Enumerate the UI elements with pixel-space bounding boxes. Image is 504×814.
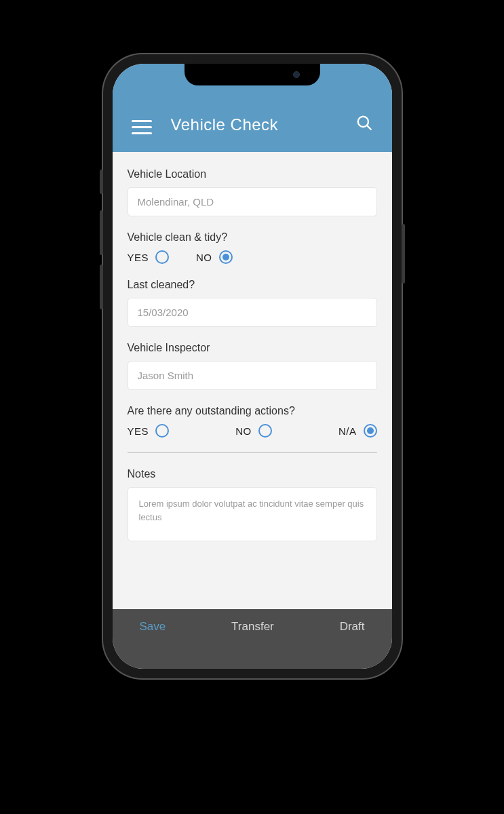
inspector-input[interactable] xyxy=(128,361,377,390)
field-vehicle-location: Vehicle Location xyxy=(128,168,377,216)
field-notes: Notes xyxy=(128,468,377,544)
notes-textarea[interactable] xyxy=(128,487,377,541)
field-label: Vehicle Location xyxy=(128,168,377,180)
camera-dot xyxy=(293,71,300,78)
field-last-cleaned: Last cleaned? xyxy=(128,279,377,327)
last-cleaned-input[interactable] xyxy=(128,298,377,327)
radio-label: N/A xyxy=(338,425,357,437)
radio-icon xyxy=(364,424,377,438)
save-button[interactable]: Save xyxy=(140,620,166,634)
menu-icon[interactable] xyxy=(132,120,152,134)
field-label: Vehicle clean & tidy? xyxy=(128,231,377,244)
field-vehicle-clean: Vehicle clean & tidy? YES NO xyxy=(128,231,377,264)
radio-clean-yes[interactable]: YES xyxy=(128,250,170,264)
radio-outstanding-na[interactable]: N/A xyxy=(338,424,377,438)
phone-screen: Vehicle Check Vehicle Location Vehicle c… xyxy=(113,64,392,669)
radio-outstanding-no[interactable]: NO xyxy=(235,424,272,438)
radio-label: YES xyxy=(128,252,149,263)
radio-icon xyxy=(155,424,169,438)
radio-label: NO xyxy=(235,425,252,437)
field-outstanding: Are there any outstanding actions? YES N… xyxy=(128,405,377,438)
field-label: Vehicle Inspector xyxy=(128,342,377,354)
side-button xyxy=(100,210,103,255)
radio-outstanding-yes[interactable]: YES xyxy=(128,424,170,438)
side-button xyxy=(402,224,405,284)
side-button xyxy=(100,170,103,194)
phone-frame: Vehicle Check Vehicle Location Vehicle c… xyxy=(103,54,402,678)
radio-icon xyxy=(155,250,169,264)
vehicle-location-input[interactable] xyxy=(128,187,377,216)
radio-label: YES xyxy=(128,425,149,437)
divider xyxy=(128,452,377,453)
phone-notch xyxy=(185,64,320,85)
field-label: Are there any outstanding actions? xyxy=(128,405,377,417)
search-icon[interactable] xyxy=(355,114,373,134)
radio-group-clean: YES NO xyxy=(128,250,377,264)
radio-icon xyxy=(219,250,233,264)
field-label: Last cleaned? xyxy=(128,279,377,291)
radio-clean-no[interactable]: NO xyxy=(196,250,233,264)
field-label: Notes xyxy=(128,468,377,480)
radio-icon xyxy=(258,424,272,438)
field-inspector: Vehicle Inspector xyxy=(128,342,377,390)
page-title: Vehicle Check xyxy=(171,115,336,134)
radio-label: NO xyxy=(196,252,212,263)
side-button xyxy=(100,265,103,309)
form-content: Vehicle Location Vehicle clean & tidy? Y… xyxy=(113,152,392,609)
svg-line-1 xyxy=(367,125,371,130)
radio-group-outstanding: YES NO N/A xyxy=(128,424,377,438)
draft-button[interactable]: Draft xyxy=(340,620,365,634)
footer-bar: Save Transfer Draft xyxy=(113,609,392,669)
transfer-button[interactable]: Transfer xyxy=(231,620,274,634)
